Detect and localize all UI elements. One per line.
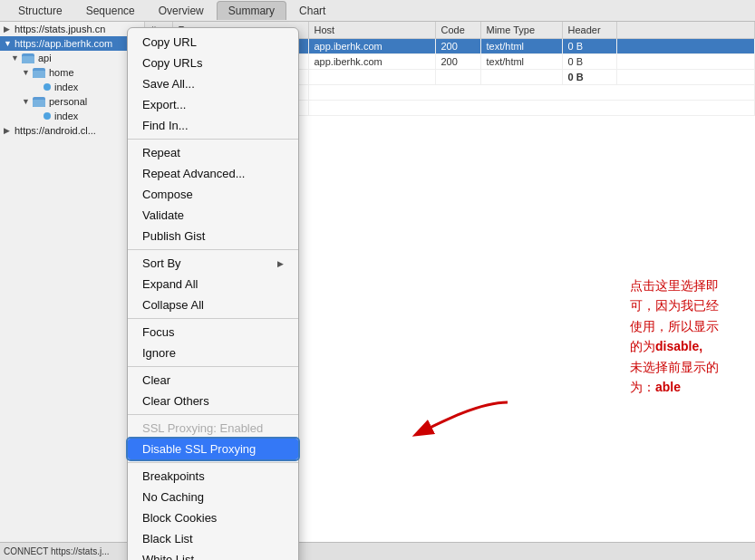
bottom-status-text: CONNECT https://stats.j... [4,546,110,556]
menu-item-repeat[interactable]: Repeat [128,142,298,163]
file-icon [44,112,51,120]
annotation-arrow [408,393,517,448]
menu-separator [128,249,298,250]
cell-mime: text/html [480,39,562,54]
cell-header: 0 B [562,54,616,70]
expand-icon: ▼ [22,68,31,77]
sidebar-file-label: index [54,111,78,121]
collapse-icon: ▶ [4,126,13,135]
sidebar-folder-label: api [38,53,52,63]
folder-icon [33,97,45,107]
menu-separator [128,366,298,367]
cell-mime: text/html [480,54,562,70]
menu-item-block-cookies[interactable]: Block Cookies [128,507,298,528]
menu-item-ignore[interactable]: Ignore [128,343,298,363]
col-mime: Mime Type [480,22,562,39]
sidebar-item-stats[interactable]: ▶ https://stats.jpush.cn [0,22,144,36]
tab-sequence[interactable]: Sequence [75,2,146,20]
file-icon [44,83,51,91]
tab-structure[interactable]: Structure [7,2,73,20]
menu-item-focus[interactable]: Focus [128,322,298,343]
menu-item-expand-all[interactable]: Expand All [128,274,298,294]
cell-code: 200 [435,54,480,70]
tab-overview[interactable]: Overview [148,2,215,20]
menu-separator [128,414,298,415]
cell-code: 200 [435,39,480,54]
sidebar-url-label: https://android.cl... [15,125,96,136]
sidebar-url-label: https://app.iberhk.com [15,38,112,49]
menu-item-black-list[interactable]: Black List [128,528,298,549]
main-layout: ▶ https://stats.jpush.cn ▼ https://app.i… [0,22,755,560]
menu-item-compose[interactable]: Compose [128,184,298,205]
menu-item-no-caching[interactable]: No Caching [128,487,298,507]
total-value: 0 B [562,70,616,85]
cell-empty [308,101,755,116]
col-host: Host [308,22,435,39]
menu-item-clear-others[interactable]: Clear Others [128,391,298,411]
sidebar-folder-label: personal [49,96,87,107]
folder-icon [33,68,45,78]
cell-host: app.iberhk.com [308,39,435,54]
menu-item-export[interactable]: Export... [128,94,298,115]
menu-item-ssl-enabled: SSL Proxying: Enabled [128,418,298,439]
col-extra [616,22,755,39]
cell-empty [480,70,562,85]
expand-icon: ▼ [4,39,13,48]
menu-separator [128,462,298,463]
bottom-bar: CONNECT https://stats.j... [0,542,755,560]
sidebar-item-android[interactable]: ▶ https://android.cl... [0,123,144,138]
menu-item-copy-urls[interactable]: Copy URLs [128,53,298,73]
sidebar-folder-label: home [49,67,74,78]
col-code: Code [435,22,480,39]
cell-extra [616,39,755,54]
cell-extra [616,54,755,70]
menu-item-sort-by[interactable]: Sort By [128,253,298,274]
menu-separator [128,139,298,140]
top-tab-bar: Structure Sequence Overview Summary Char… [0,0,755,22]
sidebar-item-personal[interactable]: ▼ personal [0,94,144,109]
menu-item-copy-url[interactable]: Copy URL [128,32,298,53]
sidebar-item-app[interactable]: ▼ https://app.iberhk.com [0,36,144,51]
tab-chart[interactable]: Chart [288,2,336,20]
menu-item-publish-gist[interactable]: Publish Gist [128,226,298,246]
cell-extra [616,70,755,85]
menu-item-find-in[interactable]: Find In... [128,115,298,136]
cell-empty [308,85,755,101]
annotation-text: 点击这里选择即 可，因为我已经 使用，所以显示 的为disable, 未选择前显… [630,275,719,397]
menu-item-white-list[interactable]: White List [128,549,298,560]
sidebar-file-label: index [54,82,78,92]
expand-icon: ▼ [11,53,20,63]
menu-separator [128,318,298,319]
menu-item-collapse-all[interactable]: Collapse All [128,294,298,315]
sidebar-item-api[interactable]: ▼ api [0,51,144,65]
menu-item-clear[interactable]: Clear [128,370,298,391]
expand-icon: ▼ [22,97,31,106]
sidebar-item-home[interactable]: ▼ home [0,65,144,80]
menu-item-save-all[interactable]: Save All... [128,73,298,94]
sidebar: ▶ https://stats.jpush.cn ▼ https://app.i… [0,22,145,560]
folder-icon [22,53,34,63]
menu-item-disable-ssl[interactable]: Disable SSL Proxying [128,439,298,459]
tab-summary[interactable]: Summary [217,1,286,20]
context-menu: Copy URL Copy URLs Save All... Export...… [127,27,299,560]
cell-empty [308,70,435,85]
sidebar-url-label: https://stats.jpush.cn [15,24,105,34]
menu-item-repeat-advanced[interactable]: Repeat Advanced... [128,163,298,184]
menu-item-breakpoints[interactable]: Breakpoints [128,466,298,487]
sidebar-item-index-2[interactable]: index [0,109,144,123]
menu-item-validate[interactable]: Validate [128,205,298,226]
sidebar-item-index-1[interactable]: index [0,80,144,94]
cell-header: 0 B [562,39,616,54]
col-header: Header [562,22,616,39]
collapse-icon: ▶ [4,24,13,34]
cell-empty [435,70,480,85]
cell-host: app.iberhk.com [308,54,435,70]
